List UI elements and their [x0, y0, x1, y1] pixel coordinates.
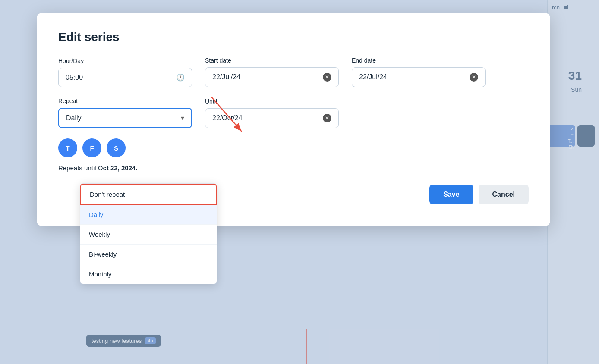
arrow-annotation — [207, 93, 259, 146]
repeat-value: Daily — [66, 114, 82, 122]
start-date-clear-button[interactable]: ✕ — [323, 73, 331, 82]
repeat-group: Repeat Daily ▾ — [58, 97, 192, 128]
start-date-label: Start date — [205, 57, 339, 64]
end-date-input[interactable]: 22/Jul/24 ✕ — [352, 67, 486, 87]
start-date-group: Start date 22/Jul/24 ✕ — [205, 57, 339, 87]
svg-line-1 — [211, 97, 242, 132]
dropdown-item-monthly[interactable]: Monthly — [80, 264, 217, 284]
red-arrow-icon — [207, 93, 259, 144]
repeat-label: Repeat — [58, 97, 192, 104]
dropdown-item-biweekly[interactable]: Bi-weekly — [80, 245, 217, 264]
day-saturday[interactable]: S — [107, 138, 126, 157]
info-date: ct 22, 2024. — [103, 164, 137, 172]
repeat-select[interactable]: Daily ▾ — [58, 108, 192, 128]
chevron-down-icon: ▾ — [181, 114, 184, 122]
end-date-clear-button[interactable]: ✕ — [470, 73, 478, 82]
hour-day-group: Hour/Day 05:00 🕐 — [58, 57, 192, 87]
form-row-2: Repeat Daily ▾ Until 22/Oct/24 ✕ — [58, 97, 529, 128]
dropdown-item-daily[interactable]: Daily — [80, 205, 217, 225]
modal-title: Edit series — [58, 30, 529, 44]
clock-icon: 🕐 — [176, 73, 185, 82]
end-date-value: 22/Jul/24 — [359, 73, 387, 81]
start-date-value: 22/Jul/24 — [212, 73, 240, 81]
dropdown-item-weekly[interactable]: Weekly — [80, 225, 217, 245]
save-button[interactable]: Save — [429, 185, 473, 204]
hour-day-label: Hour/Day — [58, 57, 192, 64]
repeat-info-text: Repeats until Oct 22, 2024. — [58, 164, 529, 172]
days-row: T F S — [58, 138, 529, 157]
until-date-clear-button[interactable]: ✕ — [323, 114, 331, 122]
info-prefix: Repeats until O — [58, 164, 103, 172]
end-date-label: End date — [352, 57, 486, 64]
repeat-dropdown: Don't repeat Daily Weekly Bi-weekly Mont… — [80, 183, 217, 284]
cancel-button[interactable]: Cancel — [479, 185, 529, 204]
hour-day-value: 05:00 — [66, 74, 83, 82]
end-date-group: End date 22/Jul/24 ✕ — [352, 57, 486, 87]
form-row-1: Hour/Day 05:00 🕐 Start date 22/Jul/24 ✕ … — [58, 57, 529, 87]
hour-day-input[interactable]: 05:00 🕐 — [58, 68, 192, 87]
day-friday[interactable]: F — [82, 138, 101, 157]
start-date-input[interactable]: 22/Jul/24 ✕ — [205, 67, 339, 87]
dropdown-item-dont-repeat[interactable]: Don't repeat — [80, 184, 217, 205]
day-thursday[interactable]: T — [58, 138, 77, 157]
